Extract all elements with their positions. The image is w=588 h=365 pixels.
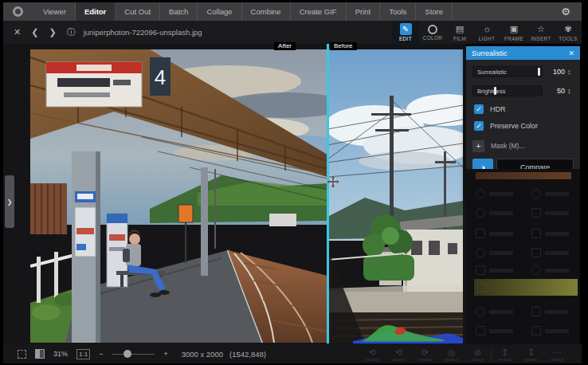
insert-icon: ☆ <box>535 23 547 35</box>
background-swatch-icon[interactable] <box>35 349 45 359</box>
selection-tool-icon[interactable] <box>18 350 26 359</box>
slider-knob[interactable] <box>538 68 540 76</box>
panel-close-icon[interactable]: ✕ <box>568 49 574 57</box>
history-toolbar-dimmed: ⟲ ⟲ ⟳ ◎ ⊘ ↥ ↧ ⋯ <box>359 346 582 363</box>
after-label: After <box>274 42 296 50</box>
tab-edit[interactable]: ✎ EDIT <box>392 21 419 44</box>
tab-color[interactable]: COLOR <box>419 21 446 44</box>
history-icon: ⊘ <box>465 346 491 361</box>
before-after-divider[interactable] <box>327 44 329 343</box>
tab-light[interactable]: ☼ LIGHT <box>473 21 500 44</box>
undo-icon: ⟲ <box>386 346 412 361</box>
menu-tools[interactable]: Tools <box>380 2 416 21</box>
menu-combine[interactable]: Combine <box>242 2 291 21</box>
histogram <box>353 320 463 343</box>
menu-collage[interactable]: Collage <box>198 2 241 21</box>
next-file-icon[interactable]: ❯ <box>49 21 56 44</box>
zoom-in-button[interactable]: + <box>163 350 167 358</box>
zoom-one-to-one-button[interactable]: 1:1 <box>76 349 90 359</box>
export-icon: ↥ <box>492 346 518 361</box>
menu-store[interactable]: Store <box>416 2 453 21</box>
redo-icon: ⟳ <box>412 346 438 361</box>
app-window: Viewer Editor Cut Out Batch Collage Comb… <box>0 0 588 365</box>
preserve-color-checkbox-row: ✓ Preserve Color <box>474 120 574 131</box>
light-icon: ☼ <box>481 23 493 35</box>
original-icon: ◎ <box>438 346 465 361</box>
photo-before-side <box>325 49 463 343</box>
menu-creategif[interactable]: Create GIF <box>291 2 347 21</box>
edit-icon: ✎ <box>400 23 412 35</box>
save-icon: ↧ <box>518 346 544 361</box>
filebar: ✕ ❮ ❯ ⓘ juniperphoton-722096-unsplash.jp… <box>3 21 582 44</box>
frame-icon: ▣ <box>508 23 520 35</box>
before-label: Before <box>330 42 357 50</box>
zoom-slider-knob[interactable] <box>123 350 131 358</box>
filter-list-dimmed <box>466 169 580 344</box>
photo-canvas[interactable]: 4 <box>30 49 463 343</box>
filter-thumb-strip <box>476 172 571 179</box>
menu-editor[interactable]: Editor <box>76 2 116 21</box>
brightness-stepper[interactable]: ▴▾ <box>568 88 570 94</box>
surrealistic-slider-row: Surrealistic 100 ▴▾ <box>472 65 574 78</box>
panel-title: Surrealistic <box>472 49 568 57</box>
app-logo-icon[interactable] <box>13 6 23 17</box>
hdr-checkbox-row: ✓ HDR <box>474 104 574 115</box>
canvas-marker-close-icon[interactable]: × <box>455 284 460 292</box>
menubar: Viewer Editor Cut Out Batch Collage Comb… <box>3 2 582 21</box>
platform-number: 4 <box>155 65 166 89</box>
color-icon <box>428 25 437 34</box>
brightness-value[interactable]: 50 <box>544 87 565 95</box>
close-file-icon[interactable]: ✕ <box>14 21 21 44</box>
filter-selected-row <box>474 279 578 296</box>
mask-add-button[interactable]: + <box>472 140 484 152</box>
settings-gear-icon[interactable]: ⚙ <box>561 2 570 21</box>
brightness-slider-row: Brightness 50 ▴▾ <box>472 84 574 97</box>
menu-viewer[interactable]: Viewer <box>34 2 76 21</box>
menu-print[interactable]: Print <box>347 2 381 21</box>
slider-knob[interactable] <box>494 87 496 95</box>
move-cursor-icon <box>327 175 339 188</box>
preserve-color-checkbox[interactable]: ✓ <box>474 121 484 131</box>
surrealistic-value[interactable]: 100 <box>544 68 565 76</box>
image-size-label: 3000 x 2000 (1542,848) <box>182 350 266 359</box>
surrealistic-slider[interactable]: Surrealistic <box>472 66 543 77</box>
menu-cutout[interactable]: Cut Out <box>116 2 160 21</box>
statusbar: 31% 1:1 − + 3000 x 2000 (1542,848) ⟲ ⟲ ⟳… <box>3 344 582 363</box>
mask-row: + Mask (M)... <box>472 139 574 152</box>
photo-after-side: 4 <box>30 49 349 343</box>
tool-tabs: ✎ EDIT COLOR ▤ FILM ☼ LIGHT ▣ FRAME ☆ IN… <box>392 21 582 44</box>
brightness-slider[interactable]: Brightness <box>472 85 543 96</box>
tab-tools[interactable]: ✾ TOOLS <box>555 21 582 44</box>
zoom-percent-label: 31% <box>53 350 68 358</box>
more-icon: ⋯ <box>544 346 570 361</box>
menu-batch[interactable]: Batch <box>160 2 198 21</box>
filename-label: juniperphoton-722096-unsplash.jpg <box>84 28 202 37</box>
tab-frame[interactable]: ▣ FRAME <box>500 21 527 44</box>
film-icon: ▤ <box>454 23 466 35</box>
mask-label: Mask (M)... <box>491 142 525 150</box>
tools-icon: ✾ <box>563 23 574 35</box>
left-panel-toggle[interactable]: ❯ <box>5 175 14 228</box>
prev-file-icon[interactable]: ❮ <box>31 21 38 44</box>
zoom-out-button[interactable]: − <box>99 350 103 358</box>
hdr-checkbox[interactable]: ✓ <box>474 104 484 114</box>
info-icon[interactable]: ⓘ <box>67 21 76 44</box>
surrealistic-stepper[interactable]: ▴▾ <box>568 69 570 75</box>
zoom-slider[interactable] <box>112 349 155 359</box>
tab-insert[interactable]: ☆ INSERT <box>527 21 555 44</box>
reset-icon: ⟲ <box>359 346 386 361</box>
panel-header: Surrealistic ✕ <box>466 46 580 60</box>
tab-film[interactable]: ▤ FILM <box>446 21 473 44</box>
